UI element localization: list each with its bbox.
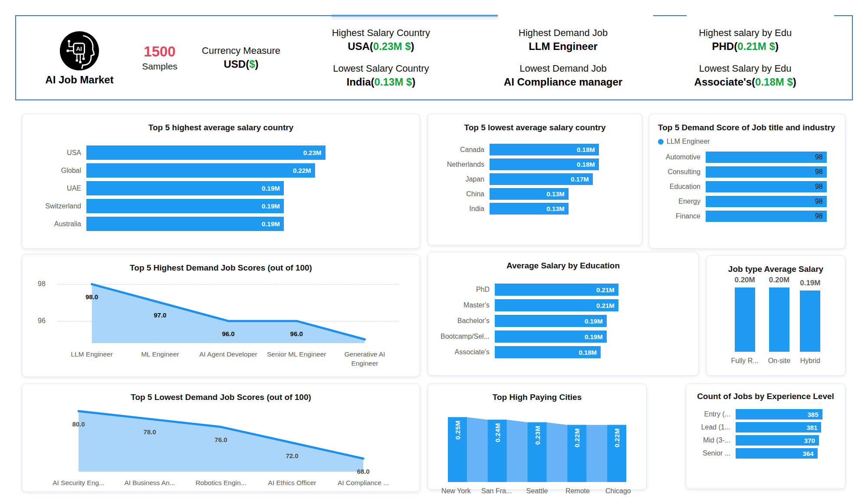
bar[interactable] xyxy=(735,287,755,352)
category-label: Bootcamp/Sel... xyxy=(438,333,495,340)
category-label: Netherlands xyxy=(438,161,490,168)
bar[interactable]: 0.22M xyxy=(86,163,315,178)
value-label: 0.19M xyxy=(262,220,280,228)
card-top5-demand-score: Top 5 Demand Score of Job title and indu… xyxy=(649,114,845,249)
bar[interactable]: 385 xyxy=(736,409,822,419)
bar[interactable] xyxy=(769,287,789,352)
category-label: AI Compliance ... xyxy=(328,479,399,488)
data-label: 80.0 xyxy=(72,420,85,428)
bar-row: PhD0.21M xyxy=(438,284,688,296)
bar[interactable]: 0.21M xyxy=(495,299,618,311)
value-label: 0.21M xyxy=(596,302,615,309)
bar-track: 0.13M xyxy=(490,188,631,200)
category-label: AI Agent Developer xyxy=(194,350,262,368)
bar[interactable]: 364 xyxy=(736,448,818,459)
bar-track: 0.18M xyxy=(490,144,631,155)
category-label: Automotive xyxy=(657,153,706,161)
bar[interactable]: 98 xyxy=(706,196,827,207)
bar[interactable]: 0.19M xyxy=(86,217,284,231)
value-label: 381 xyxy=(806,424,817,431)
bar[interactable]: 0.19M xyxy=(495,315,607,327)
plot-area: 989698.097.096.096.0 xyxy=(58,279,399,343)
bar[interactable]: 98 xyxy=(706,181,827,192)
kpi-value: LLM Engineer xyxy=(472,40,654,53)
bar-row: Switzerland0.19M xyxy=(33,199,409,213)
bar[interactable]: 0.13M xyxy=(490,188,569,200)
bar[interactable]: 0.21M xyxy=(495,284,618,296)
category-label: Lead (1... xyxy=(695,423,736,431)
card-top5-lowest-salary-country: Top 5 lowest average salary country Cana… xyxy=(427,114,642,245)
value-label: 0.18M xyxy=(579,349,597,356)
value-label: 0.22M xyxy=(573,428,581,447)
bar-row: Finance98 xyxy=(657,211,837,222)
svg-text:AI: AI xyxy=(76,46,82,52)
bar[interactable]: 98 xyxy=(706,211,827,222)
chart-title: Top 5 highest average salary country xyxy=(33,123,409,132)
bar-track: 0.21M xyxy=(495,299,688,311)
bar[interactable]: 98 xyxy=(706,152,827,163)
bar[interactable]: 0.19M xyxy=(495,330,607,343)
data-label: 98.0 xyxy=(85,293,98,301)
category-label: Japan xyxy=(438,175,490,183)
category-label: UAE xyxy=(33,185,86,192)
category-label: Hybrid xyxy=(800,357,820,365)
bar-row: Senior ...364 xyxy=(695,448,836,459)
bar[interactable]: 0.19M xyxy=(86,181,284,195)
chart-title: Top 5 lowest average salary country xyxy=(438,123,631,132)
bar-chart: USA0.23MGlobal0.22MUAE0.19MSwitzerland0.… xyxy=(33,145,409,231)
bar[interactable]: 0.18M xyxy=(490,159,599,170)
bar[interactable]: 0.23M xyxy=(86,145,326,160)
bar[interactable]: 0.18M xyxy=(495,346,601,358)
column-group: 0.20MFully R... xyxy=(731,276,759,365)
kpi-highest-salary-country: Highest Salary Country USA(0.23M $) xyxy=(290,27,472,53)
samples-kpi: 1500 Samples xyxy=(127,44,192,71)
bar-track: 385 xyxy=(736,409,836,419)
bar-row: Bootcamp/Sel...0.19M xyxy=(438,330,688,343)
category-label: Robotics Engin... xyxy=(185,479,256,488)
bar-row: Lead (1...381 xyxy=(695,422,836,433)
bar[interactable]: 0.13M xyxy=(490,203,569,215)
data-label: 96.0 xyxy=(222,330,234,337)
area-chart: 80.078.076.072.068.0AI Security Eng...AI… xyxy=(33,406,409,488)
value-label: 98 xyxy=(815,212,823,220)
kpi-title: Highest Demand Job xyxy=(472,27,654,39)
kpi-highest-salary-edu: Highest salary by Edu PHD(0.21M $) xyxy=(654,27,836,53)
category-label: Energy xyxy=(657,198,706,205)
bar-track: 0.18M xyxy=(490,159,631,170)
bar[interactable]: 0.18M xyxy=(490,144,599,155)
value-label: 0.21M xyxy=(596,286,615,294)
card-count-jobs-experience: Count of Jobs by Experience Level Entry … xyxy=(686,383,845,489)
bar[interactable]: 98 xyxy=(706,166,827,178)
bar-track: 0.21M xyxy=(495,284,688,296)
card-top5-highest-salary-country: Top 5 highest average salary country USA… xyxy=(22,114,420,249)
kpi-lowest-demand-job: Lowest Demand Job AI Compliance manager xyxy=(472,63,654,88)
bar[interactable]: 381 xyxy=(736,422,821,433)
legend[interactable]: LLM Engineer xyxy=(658,138,837,145)
column-chart: 0.20MFully R...0.20MOn-site0.19MHybrid xyxy=(713,276,838,365)
kpi-value: AI Compliance manager xyxy=(472,76,654,88)
bar-chart: Entry (...385Lead (1...381Mid (3-...370S… xyxy=(695,409,836,459)
bar-row: Master's0.21M xyxy=(438,299,688,311)
card-top5-highest-demand-scores: Top 5 Highest Demand Job Scores (out of … xyxy=(22,254,420,377)
card-job-type-avg-salary: Job type Average Salary 0.20MFully R...0… xyxy=(706,255,845,376)
value-label: 0.25M xyxy=(454,420,461,439)
value-label: 370 xyxy=(804,437,815,444)
category-label: PhD xyxy=(438,286,495,294)
ai-head-logo-icon: AI xyxy=(59,30,100,72)
bar-row: Netherlands0.18M xyxy=(438,159,631,170)
kpi-column-salary-country: Highest Salary Country USA(0.23M $) Lowe… xyxy=(290,27,472,88)
plot-area: 0.25M0.24M0.23M0.22M0.22M xyxy=(437,407,637,482)
bar-row: Mid (3-...370 xyxy=(695,435,836,446)
bar[interactable] xyxy=(800,291,820,352)
data-label: 78.0 xyxy=(143,428,156,436)
bar-row: Canada0.18M xyxy=(438,144,631,155)
bar[interactable]: 0.19M xyxy=(86,199,284,213)
value-label: 385 xyxy=(807,411,818,418)
kpi-title: Currency Measure xyxy=(192,45,290,56)
legend-dot-icon xyxy=(658,139,664,145)
kpi-highest-demand-job: Highest Demand Job LLM Engineer xyxy=(472,27,654,53)
bar[interactable]: 370 xyxy=(736,435,819,446)
value-label: 0.18M xyxy=(577,146,595,153)
bar-row: Australia0.19M xyxy=(33,217,409,231)
bar[interactable]: 0.17M xyxy=(490,173,593,185)
